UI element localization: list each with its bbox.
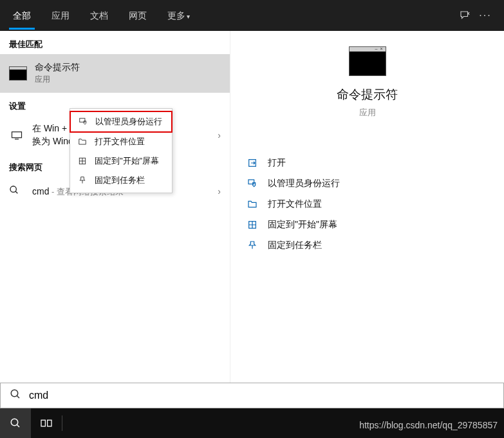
taskbar-search-button[interactable] bbox=[0, 408, 31, 438]
ctx-pin-taskbar[interactable]: 固定到任务栏 bbox=[70, 171, 172, 190]
ctx-pin-start[interactable]: 固定到"开始"屏幕 bbox=[70, 151, 172, 171]
taskbar-taskview-button[interactable] bbox=[31, 408, 62, 438]
svg-rect-5 bbox=[248, 180, 254, 184]
svg-rect-0 bbox=[12, 131, 22, 137]
svg-point-7 bbox=[11, 390, 18, 397]
cmd-app-icon bbox=[9, 66, 27, 81]
tab-web[interactable]: 网页 bbox=[118, 1, 157, 30]
tab-docs[interactable]: 文档 bbox=[80, 1, 118, 30]
svg-rect-10 bbox=[48, 420, 51, 426]
pin-taskbar-icon bbox=[246, 240, 259, 251]
taskbar: https://blog.csdn.net/qq_29785857 bbox=[0, 408, 504, 438]
action-run-admin[interactable]: 以管理员身份运行 bbox=[246, 178, 491, 189]
ctx-open-location[interactable]: 打开文件位置 bbox=[70, 132, 172, 151]
tab-apps[interactable]: 应用 bbox=[41, 1, 80, 30]
more-options-icon[interactable]: ··· bbox=[478, 8, 492, 23]
pin-taskbar-icon bbox=[77, 176, 88, 185]
web-query-text: cmd bbox=[32, 186, 49, 196]
pin-start-icon bbox=[77, 157, 88, 166]
search-icon bbox=[9, 185, 24, 198]
svg-point-1 bbox=[10, 186, 16, 192]
tab-more[interactable]: 更多▾ bbox=[157, 1, 200, 30]
shield-icon bbox=[246, 178, 259, 189]
action-pin-start[interactable]: 固定到"开始"屏幕 bbox=[246, 219, 491, 231]
preview-subtitle: 应用 bbox=[243, 107, 491, 119]
best-match-subtitle: 应用 bbox=[35, 74, 80, 85]
action-open-location[interactable]: 打开文件位置 bbox=[246, 198, 491, 210]
chevron-down-icon: ▾ bbox=[187, 13, 190, 20]
top-tab-bar: 全部 应用 文档 网页 更多▾ ··· bbox=[0, 0, 504, 31]
feedback-icon[interactable] bbox=[458, 8, 472, 23]
search-icon bbox=[10, 388, 21, 403]
context-menu: 以管理员身份运行 打开文件位置 固定到"开始"屏幕 固定到任务栏 bbox=[70, 108, 173, 193]
preview-panel: 命令提示符 应用 打开 以管理员身份运行 打开文件位置 固定到"开始"屏幕 bbox=[230, 31, 504, 383]
svg-rect-9 bbox=[41, 420, 45, 426]
preview-app-icon bbox=[349, 46, 386, 76]
best-match-title: 命令提示符 bbox=[35, 62, 80, 73]
shield-icon bbox=[77, 117, 89, 126]
section-best-match: 最佳匹配 bbox=[0, 31, 230, 54]
action-open[interactable]: 打开 bbox=[246, 157, 491, 169]
setting-text-line1: 在 Win + bbox=[32, 123, 67, 133]
taskbar-separator bbox=[62, 415, 62, 431]
chevron-right-icon: › bbox=[218, 186, 221, 196]
best-match-item[interactable]: 命令提示符 应用 bbox=[0, 54, 230, 93]
tab-all[interactable]: 全部 bbox=[3, 1, 41, 30]
setting-text-line2: 换为 Wind bbox=[32, 136, 73, 146]
open-icon bbox=[246, 158, 259, 168]
folder-icon bbox=[77, 137, 88, 146]
action-pin-taskbar[interactable]: 固定到任务栏 bbox=[246, 240, 491, 251]
search-bar[interactable] bbox=[0, 383, 504, 408]
watermark-text: https://blog.csdn.net/qq_29785857 bbox=[359, 420, 498, 430]
monitor-icon bbox=[9, 131, 24, 140]
pin-start-icon bbox=[246, 220, 259, 230]
svg-rect-2 bbox=[80, 119, 85, 122]
folder-icon bbox=[246, 199, 259, 209]
search-input[interactable] bbox=[29, 390, 494, 401]
results-panel: 最佳匹配 命令提示符 应用 设置 在 Win + 换为 Wind › 搜索网页 bbox=[0, 31, 230, 383]
chevron-right-icon: › bbox=[218, 130, 221, 140]
svg-point-8 bbox=[11, 419, 18, 426]
ctx-run-admin[interactable]: 以管理员身份运行 bbox=[70, 111, 173, 133]
preview-title: 命令提示符 bbox=[243, 86, 491, 103]
